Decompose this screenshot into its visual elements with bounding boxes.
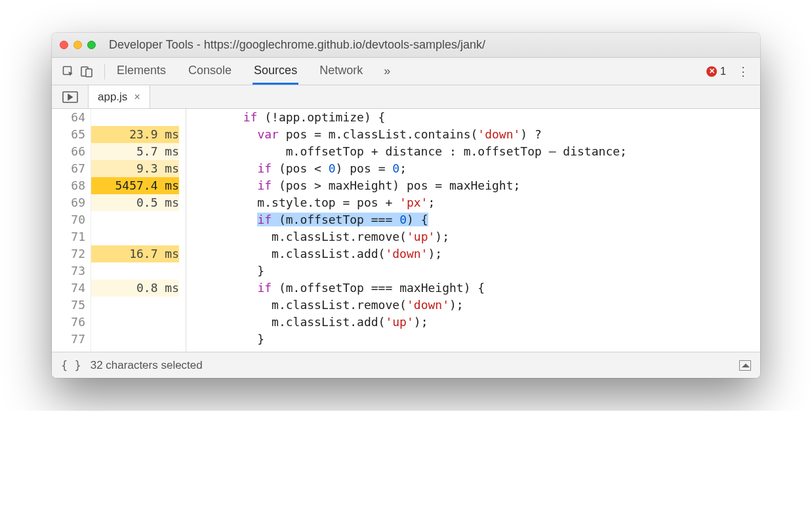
line-timing: 0.5 ms [91, 194, 179, 211]
line-number[interactable]: 74 [52, 280, 85, 297]
code-line[interactable]: if (!app.optimize) { [186, 109, 760, 126]
tab-network[interactable]: Network [318, 58, 364, 85]
timing-gutter: 23.9 ms5.7 ms9.3 ms5457.4 ms0.5 ms16.7 m… [91, 109, 186, 352]
code-editor[interactable]: 6465666768697071727374757677 23.9 ms5.7 … [52, 109, 760, 352]
line-number[interactable]: 71 [52, 228, 85, 245]
error-count: 1 [720, 66, 726, 77]
code-content[interactable]: if (!app.optimize) { var pos = m.classLi… [186, 109, 760, 352]
line-number[interactable]: 65 [52, 126, 85, 143]
code-line[interactable]: if (pos > maxHeight) pos = maxHeight; [186, 177, 760, 194]
status-bar: { } 32 characters selected [52, 352, 760, 378]
line-timing [91, 109, 179, 126]
code-line[interactable]: m.classList.add('down'); [186, 245, 760, 262]
line-timing: 0.8 ms [91, 280, 179, 297]
error-icon: ✕ [706, 66, 717, 77]
line-number[interactable]: 75 [52, 297, 85, 314]
line-number[interactable]: 72 [52, 245, 85, 262]
code-line[interactable]: m.classList.remove('down'); [186, 297, 760, 314]
line-number[interactable]: 69 [52, 194, 85, 211]
devtools-window: Developer Tools - https://googlechrome.g… [52, 33, 760, 378]
code-line[interactable]: var pos = m.classList.contains('down') ? [186, 126, 760, 143]
window-title: Developer Tools - https://googlechrome.g… [109, 38, 485, 52]
line-timing [91, 262, 179, 280]
code-line[interactable]: if (m.offsetTop === 0) { [186, 211, 760, 228]
line-timing: 5457.4 ms [91, 177, 179, 194]
code-line[interactable]: m.classList.remove('up'); [186, 228, 760, 245]
tab-console[interactable]: Console [187, 58, 233, 85]
code-line[interactable]: m.classList.add('up'); [186, 314, 760, 331]
code-line[interactable]: } [186, 262, 760, 280]
code-line[interactable]: } [186, 331, 760, 348]
tab-elements[interactable]: Elements [115, 58, 167, 85]
toolbar-divider [104, 64, 105, 79]
line-timing [91, 331, 179, 348]
line-timing [91, 228, 179, 245]
line-number[interactable]: 67 [52, 160, 85, 177]
line-number[interactable]: 73 [52, 262, 85, 280]
file-name: app.js [98, 91, 127, 104]
file-tab[interactable]: app.js × [89, 85, 150, 108]
code-line[interactable]: m.style.top = pos + 'px'; [186, 194, 760, 211]
drawer-toggle-icon[interactable] [739, 360, 751, 371]
line-number[interactable]: 76 [52, 314, 85, 331]
navigator-toggle[interactable] [52, 85, 89, 108]
line-number-gutter: 6465666768697071727374757677 [52, 109, 91, 352]
pretty-print-button[interactable]: { } [61, 359, 81, 372]
code-line[interactable]: if (m.offsetTop === maxHeight) { [186, 280, 760, 297]
tab-sources[interactable]: Sources [253, 58, 298, 85]
inspect-element-icon[interactable] [61, 64, 75, 79]
line-number[interactable]: 66 [52, 143, 85, 160]
window-titlebar: Developer Tools - https://googlechrome.g… [52, 33, 760, 58]
line-timing [91, 211, 179, 228]
device-toolbar-icon[interactable] [79, 64, 94, 79]
minimize-window-button[interactable] [73, 41, 82, 49]
traffic-lights [60, 41, 96, 49]
panel-tabs: Elements Console Sources Network » [115, 58, 407, 85]
line-timing: 9.3 ms [91, 160, 179, 177]
svg-rect-2 [86, 69, 92, 77]
more-tabs-button[interactable]: » [384, 58, 390, 85]
line-number[interactable]: 70 [52, 211, 85, 228]
close-file-icon[interactable]: × [134, 91, 140, 103]
close-window-button[interactable] [60, 41, 68, 49]
error-counter[interactable]: ✕ 1 [706, 66, 726, 77]
zoom-window-button[interactable] [87, 41, 96, 49]
line-number[interactable]: 77 [52, 331, 85, 348]
line-timing [91, 297, 179, 314]
code-line[interactable]: if (pos < 0) pos = 0; [186, 160, 760, 177]
line-timing: 5.7 ms [91, 143, 179, 160]
line-number[interactable]: 68 [52, 177, 85, 194]
sources-subbar: app.js × [52, 85, 760, 109]
selection-status: 32 characters selected [91, 359, 203, 372]
main-toolbar: Elements Console Sources Network » ✕ 1 ⋮ [52, 58, 760, 85]
line-timing [91, 314, 179, 331]
code-line[interactable]: m.offsetTop + distance : m.offsetTop – d… [186, 143, 760, 160]
line-timing: 16.7 ms [91, 245, 179, 262]
line-number[interactable]: 64 [52, 109, 85, 126]
settings-menu-button[interactable]: ⋮ [735, 64, 751, 79]
line-timing: 23.9 ms [91, 126, 179, 143]
